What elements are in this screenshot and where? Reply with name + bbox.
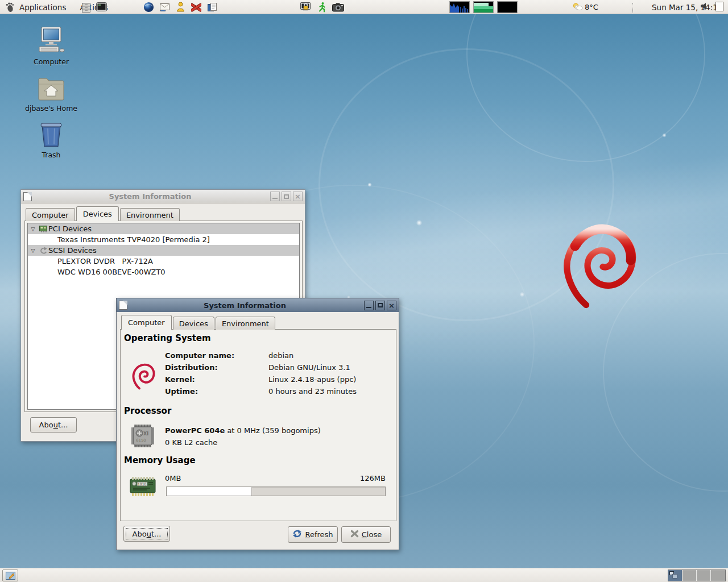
tab-devices[interactable]: Devices (76, 206, 119, 221)
tab-bar: Computer Devices Environment (26, 206, 181, 221)
desktop-icon-label: Trash (17, 151, 85, 159)
sticky-note-icon[interactable] (715, 2, 723, 13)
tab-devices[interactable]: Devices (173, 317, 214, 330)
about-button[interactable]: About... (123, 526, 170, 542)
close-button[interactable]: × (293, 192, 303, 201)
tree-item-label: Texas Instruments TVP4020 [Permedia 2] (57, 235, 210, 244)
workspace-switcher (668, 569, 726, 581)
tree-header-label: SCSI Devices (48, 246, 97, 255)
weather-temperature[interactable]: 8°C (585, 3, 598, 11)
red-x-app-icon[interactable] (190, 1, 202, 14)
ram-module-icon: 1010 (130, 476, 156, 498)
web-browser-icon[interactable] (142, 1, 155, 14)
os-row-label: Kernel: (165, 375, 195, 384)
memory-max-label: 126MB (360, 474, 386, 483)
terminal-launcher-icon[interactable] (95, 1, 107, 14)
desktop-icon-trash[interactable]: Trash (17, 119, 85, 159)
tree-header-pci[interactable]: ▽ PCI Devices (28, 223, 299, 234)
desktop-icon-home[interactable]: djbase's Home (17, 73, 85, 113)
email-icon[interactable] (158, 1, 171, 14)
show-desktop-button[interactable] (2, 569, 18, 581)
os-row-label: Uptime: (165, 387, 198, 396)
workspace-2[interactable] (682, 570, 697, 581)
scsi-icon (38, 247, 48, 254)
cpu-chip-icon: XI 6150 (131, 424, 155, 450)
tree-item-label: PLEXTOR DVDR PX-712A (57, 257, 153, 265)
maximize-button[interactable] (375, 301, 385, 310)
tree-item-label: WDC WD16 00BEVE-00WZT0 (57, 268, 166, 276)
expander-icon[interactable]: ▽ (28, 226, 38, 232)
tab-computer[interactable]: Computer (121, 315, 172, 330)
file-manager-launcher-icon[interactable] (80, 1, 92, 14)
memory-min-label: 0MB (165, 474, 181, 483)
os-row-value: Linux 2.4.18-apus (ppc) (268, 375, 356, 384)
about-button[interactable]: About... (30, 417, 77, 433)
svg-text:1010: 1010 (138, 482, 146, 486)
home-folder-icon (17, 73, 85, 102)
network-monitor-applet[interactable] (497, 1, 518, 13)
minimize-button[interactable] (364, 301, 374, 310)
close-button-dialog[interactable]: Close (341, 526, 391, 543)
clock-applet[interactable]: Sun Mar 15, 14:15 (652, 3, 722, 12)
cpu-cache-line: 0 KB L2 cache (165, 438, 217, 447)
tab-environment[interactable]: Environment (216, 317, 275, 330)
close-button[interactable]: × (387, 301, 396, 310)
workspace-1[interactable] (668, 570, 682, 581)
os-row-value: Debian GNU/Linux 3.1 (268, 363, 350, 372)
refresh-button[interactable]: Refresh (288, 526, 338, 543)
tree-item[interactable]: PLEXTOR DVDR PX-712A (28, 256, 299, 267)
maximize-button[interactable] (282, 192, 291, 201)
computer-tab-page: Operating System Computer name: debian D… (120, 329, 396, 521)
instant-messenger-icon[interactable] (174, 1, 187, 14)
workspace-window-thumb (672, 574, 677, 579)
memory-progress-fill (167, 487, 252, 496)
trash-icon (17, 119, 85, 149)
tab-environment[interactable]: Environment (120, 208, 180, 221)
top-panel: Applications Actions (0, 0, 728, 14)
window-icon (119, 301, 127, 310)
gnome-foot-menu-icon[interactable] (3, 1, 16, 14)
tree-header-scsi[interactable]: ▽ SCSI Devices (28, 245, 299, 256)
run-application-icon[interactable] (316, 1, 328, 14)
menu-applications[interactable]: Applications (17, 3, 68, 12)
desktop-icon-computer[interactable]: Computer (17, 26, 85, 66)
bottom-panel (0, 568, 728, 582)
tree-item[interactable]: Texas Instruments TVP4020 [Permedia 2] (28, 234, 299, 245)
desktop-icon-label: djbase's Home (17, 104, 85, 113)
tab-bar: Computer Devices Environment (121, 315, 276, 330)
cpu-monitor-applet[interactable] (449, 1, 470, 13)
cpu-details: at 0 MHz (359 bogomips) (225, 426, 320, 435)
applet-drag-handle[interactable] (632, 3, 633, 13)
cpu-name-line: PowerPC 604e at 0 MHz (359 bogomips) (165, 426, 321, 435)
os-row-label: Computer name: (165, 351, 234, 360)
debian-swirl-logo (559, 221, 639, 311)
workspace-3[interactable] (697, 570, 711, 581)
window-title: System Information (32, 192, 268, 201)
weather-icon[interactable] (572, 2, 583, 13)
address-cards-icon[interactable] (206, 1, 218, 14)
computer-icon (17, 26, 85, 56)
volume-icon[interactable] (700, 2, 709, 13)
tab-computer[interactable]: Computer (26, 208, 75, 221)
debian-logo-icon (131, 363, 156, 390)
screenshot-camera-icon[interactable] (332, 1, 344, 14)
system-information-window-foreground[interactable]: System Information × Computer Devices En… (116, 298, 399, 550)
processor-section-heading: Processor (124, 406, 171, 416)
desktop-icon-label: Computer (17, 57, 85, 66)
window-title: System Information (127, 301, 362, 310)
memory-monitor-applet[interactable] (473, 1, 494, 13)
window-icon (23, 192, 32, 201)
expander-icon[interactable]: ▽ (28, 248, 38, 253)
os-row-value: debian (268, 351, 293, 360)
minimize-button[interactable] (270, 192, 280, 201)
titlebar[interactable]: System Information × (21, 190, 305, 203)
lock-screen-icon[interactable] (300, 1, 312, 14)
svg-text:XI: XI (143, 431, 148, 436)
tree-header-label: PCI Devices (48, 225, 92, 233)
tree-item[interactable]: WDC WD16 00BEVE-00WZT0 (28, 267, 299, 277)
workspace-4[interactable] (711, 570, 725, 581)
pci-card-icon (38, 225, 48, 232)
close-x-icon (350, 530, 359, 539)
memory-section-heading: Memory Usage (124, 455, 196, 465)
titlebar[interactable]: System Information × (117, 298, 399, 312)
